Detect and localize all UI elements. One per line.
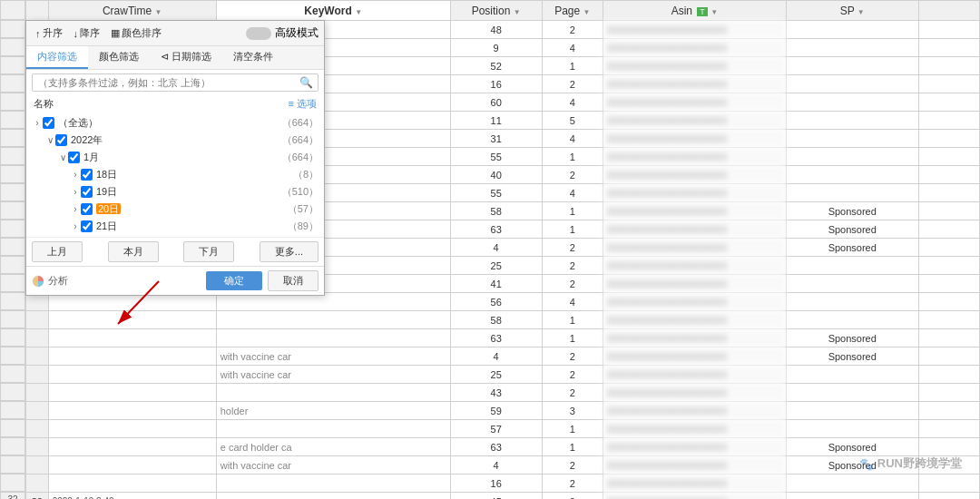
- tree-20-label: 20日: [96, 202, 284, 216]
- this-month-button[interactable]: 本月: [108, 241, 159, 262]
- checkbox-20[interactable]: [81, 203, 93, 215]
- tree-item-18[interactable]: › 18日 （8）: [32, 166, 318, 183]
- tab-color-filter[interactable]: 颜色筛选: [88, 46, 150, 69]
- row-number: [26, 329, 49, 347]
- table-row: e card holder ca631XXXXXXXXXXXXXXXXXXSpo…: [26, 438, 980, 456]
- sort-desc-label: 降序: [80, 26, 100, 40]
- cell-asin: XXXXXXXXXXXXXXXXXX: [603, 93, 786, 112]
- col-header-f[interactable]: SP ▼: [786, 1, 918, 21]
- col-header-b[interactable]: KeyWord ▼: [216, 1, 450, 21]
- color-sort-button[interactable]: ▦ 颜色排序: [107, 24, 165, 42]
- cell-crawtime: [48, 420, 216, 438]
- cell-g: [918, 75, 979, 93]
- highlighted-20-text: 20日: [96, 203, 121, 214]
- cell-sp: [786, 293, 918, 311]
- sort-desc-button[interactable]: ↓ 降序: [70, 24, 104, 42]
- tree-item-20[interactable]: › 20日 （57）: [32, 201, 318, 218]
- cell-sp: [786, 366, 918, 384]
- table-row: with vaccine car42XXXXXXXXXXXXXXXXXXSpon…: [26, 456, 980, 475]
- color-sort-icon: ▦: [111, 27, 120, 39]
- tree-19-label: 19日: [96, 185, 279, 199]
- prev-month-button[interactable]: 上月: [32, 241, 83, 262]
- checkbox-21[interactable]: [81, 220, 93, 232]
- col-header-c[interactable]: Position ▼: [450, 1, 542, 21]
- cell-g: [918, 57, 979, 75]
- cell-sp: Sponsored: [786, 347, 918, 366]
- row-number: [26, 475, 49, 493]
- cell-page: 4: [542, 293, 603, 311]
- checkbox-19[interactable]: [81, 186, 93, 198]
- cell-page: 1: [542, 438, 603, 456]
- list-header: 名称 ≡ 选项: [26, 95, 324, 113]
- col-header-d[interactable]: Page ▼: [542, 1, 603, 21]
- col-header-a[interactable]: CrawTime ▼: [48, 1, 216, 21]
- checkbox-jan[interactable]: [68, 152, 80, 163]
- analysis-button[interactable]: 分析: [32, 274, 68, 288]
- search-input[interactable]: [32, 73, 318, 92]
- tab-date-filter[interactable]: ⊲ 日期筛选: [150, 46, 222, 69]
- tree-item-2022[interactable]: ∨ 2022年 （664）: [32, 132, 318, 149]
- tree-18-count: （8）: [293, 168, 318, 181]
- checkbox-all[interactable]: [43, 117, 54, 129]
- cell-keyword: [216, 475, 450, 493]
- tree-item-jan[interactable]: ∨ 1月 （664）: [32, 149, 318, 166]
- tree-all-label: （全选）: [58, 116, 279, 130]
- tab-clear-conditions[interactable]: 清空条件: [222, 46, 284, 69]
- cell-position: 63: [450, 438, 542, 456]
- filter-panel: ↑ 升序 ↓ 降序 ▦ 颜色排序 高级模式 内容筛选 颜色筛选 ⊲ 日期筛选: [25, 20, 325, 296]
- cell-asin: XXXXXXXXXXXXXXXXXX: [603, 366, 786, 384]
- cell-page: 1: [542, 420, 603, 438]
- cell-sp: Sponsored: [786, 202, 918, 220]
- cell-g: [918, 347, 979, 366]
- tree-item-all[interactable]: › （全选） （664）: [32, 114, 318, 132]
- row-number: [26, 402, 49, 420]
- side-row-number: [0, 310, 25, 328]
- cell-g: [918, 93, 979, 112]
- cell-crawtime: [48, 456, 216, 475]
- cell-g: [918, 166, 979, 184]
- sort-asc-button[interactable]: ↑ 升序: [32, 24, 66, 42]
- cell-asin: XXXXXXXXXXXXXXXXXX: [603, 220, 786, 239]
- side-row-number: [0, 220, 25, 238]
- cell-crawtime: [48, 384, 216, 402]
- tree-item-19[interactable]: › 19日 （510）: [32, 183, 318, 201]
- cell-g: [918, 384, 979, 402]
- checkbox-2022[interactable]: [55, 134, 67, 146]
- cell-page: 2: [542, 456, 603, 475]
- side-row-number: [0, 74, 25, 93]
- side-row-number: [0, 201, 25, 220]
- cell-sp: [786, 275, 918, 293]
- options-link[interactable]: ≡ 选项: [289, 97, 317, 111]
- cell-page: 2: [542, 75, 603, 93]
- side-row-number: [0, 129, 25, 147]
- side-row-number: [0, 93, 25, 111]
- cell-position: 31: [450, 130, 542, 148]
- pie-chart-icon: [32, 275, 44, 288]
- advanced-mode-toggle[interactable]: [246, 27, 271, 40]
- date-buttons-row: 上月 本月 下月 更多...: [26, 237, 324, 266]
- col-d-label: Page: [554, 5, 580, 17]
- next-month-button[interactable]: 下月: [183, 241, 234, 262]
- confirm-button[interactable]: 确定: [206, 271, 262, 290]
- tab-content-filter[interactable]: 内容筛选: [26, 46, 88, 69]
- cell-page: 1: [542, 148, 603, 166]
- checkbox-18[interactable]: [81, 169, 93, 181]
- cell-page: 4: [542, 184, 603, 202]
- cell-page: 5: [542, 112, 603, 130]
- cell-sp: [786, 184, 918, 202]
- row-number: [26, 347, 49, 366]
- more-button[interactable]: 更多...: [260, 241, 318, 262]
- row-number: 32: [26, 493, 49, 500]
- tree-item-21[interactable]: › 21日 （89）: [32, 218, 318, 235]
- cell-g: [918, 220, 979, 239]
- col-header-e[interactable]: Asin T ▼: [603, 1, 786, 21]
- cell-position: 11: [450, 112, 542, 130]
- watermark-icon: 🐾: [859, 457, 874, 471]
- cell-g: [918, 257, 979, 275]
- cancel-button[interactable]: 取消: [268, 270, 318, 291]
- tree-all-count: （664）: [282, 116, 318, 130]
- expander-21-icon: ›: [70, 221, 81, 231]
- cell-g: [918, 493, 979, 500]
- sort-desc-icon: ↓: [74, 28, 79, 39]
- cell-sp: Sponsored: [786, 329, 918, 347]
